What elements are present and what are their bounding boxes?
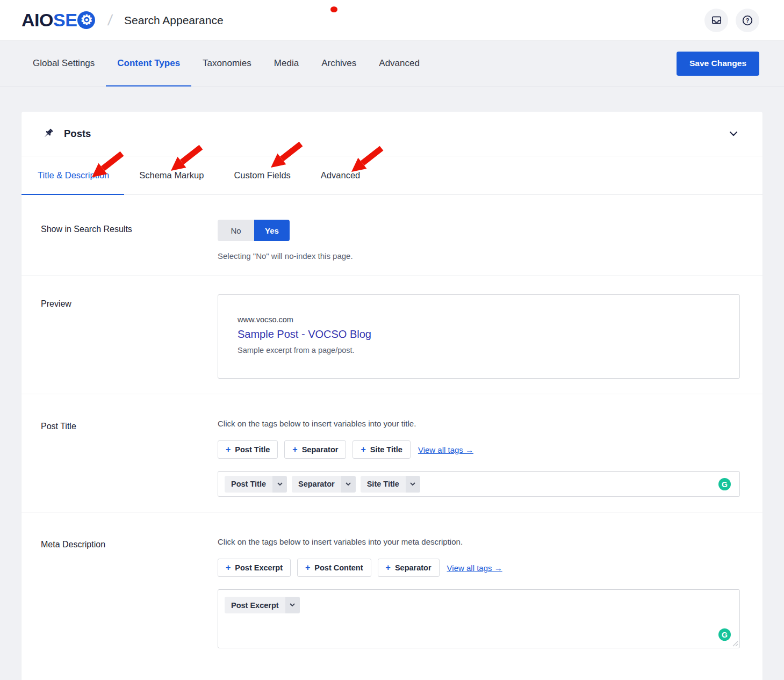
show-in-search-toggle: No Yes (218, 220, 290, 241)
view-all-tags-link[interactable]: View all tags → (447, 563, 502, 573)
toggle-yes-button[interactable]: Yes (254, 220, 290, 241)
tab-archives[interactable]: Archives (310, 41, 368, 86)
add-post-title-tag-button[interactable]: + Post Title (218, 440, 278, 459)
meta-description-label: Meta Description (41, 535, 218, 648)
svg-text:?: ? (745, 17, 749, 24)
view-all-tags-link[interactable]: View all tags → (418, 445, 473, 454)
add-post-excerpt-tag-button[interactable]: + Post Excerpt (218, 559, 291, 577)
meta-description-tag-buttons: + Post Excerpt + Post Content + Separato… (218, 559, 740, 577)
aioseo-logo[interactable]: AIOSE⚙ (21, 10, 95, 31)
breadcrumb-separator: / (107, 12, 113, 29)
gear-logo-icon: ⚙ (77, 11, 95, 29)
show-in-search-results-row: Show in Search Results No Yes Selecting … (21, 195, 763, 276)
preview-row: Preview www.vocso.com Sample Post - VOCS… (21, 276, 763, 394)
post-title-row: Post Title Click on the tags below to in… (21, 394, 763, 512)
collapse-chevron-icon[interactable] (727, 127, 740, 140)
preview-excerpt: Sample excerpt from a page/post. (238, 346, 720, 355)
plus-icon: + (226, 563, 231, 572)
site-title-chip[interactable]: Site Title (361, 476, 420, 493)
grammarly-icon[interactable]: G (718, 628, 731, 641)
posts-card-header[interactable]: Posts (21, 112, 763, 156)
topbar-actions: ? (704, 9, 759, 32)
tab-content-types[interactable]: Content Types (106, 41, 191, 86)
card-footer-padding (21, 663, 763, 680)
separator-chip[interactable]: Separator (292, 476, 356, 493)
chevron-down-icon[interactable] (285, 597, 300, 613)
tab-media[interactable]: Media (263, 41, 310, 86)
subtab-title-description[interactable]: Title & Description (21, 156, 124, 194)
chevron-down-icon[interactable] (341, 476, 356, 493)
notifications-button[interactable] (704, 9, 728, 32)
main-tab-bar: Global Settings Content Types Taxonomies… (0, 41, 784, 86)
preview-title-link[interactable]: Sample Post - VOCSO Blog (238, 328, 720, 341)
inbox-icon (710, 14, 723, 26)
add-site-title-tag-button[interactable]: + Site Title (353, 440, 411, 459)
help-icon: ? (741, 14, 754, 27)
plus-icon: + (305, 563, 310, 572)
meta-description-value-input[interactable]: Post Excerpt G (218, 589, 740, 648)
meta-description-help-text: Click on the tags below to insert variab… (218, 535, 740, 546)
subtab-advanced[interactable]: Advanced (306, 156, 375, 194)
add-post-content-tag-button[interactable]: + Post Content (297, 559, 371, 577)
pushpin-icon (42, 128, 55, 140)
grammarly-icon[interactable]: G (718, 478, 731, 490)
resize-grip-icon[interactable] (732, 641, 738, 647)
logo-text-aio: AIO (21, 10, 53, 31)
preview-label: Preview (41, 294, 218, 379)
plus-icon: + (361, 445, 365, 454)
tab-global-settings[interactable]: Global Settings (21, 41, 106, 86)
post-title-chip[interactable]: Post Title (225, 476, 287, 493)
post-title-label: Post Title (41, 417, 218, 497)
plus-icon: + (292, 445, 297, 454)
show-in-search-help-text: Selecting "No" will no-index this page. (218, 251, 740, 261)
help-button[interactable]: ? (736, 9, 759, 32)
annotation-red-dot (330, 6, 337, 12)
logo-text-se: SE (53, 10, 77, 31)
app-header: AIOSE⚙ / Search Appearance ? (0, 0, 784, 41)
tab-taxonomies[interactable]: Taxonomies (191, 41, 263, 86)
page-title: Search Appearance (124, 14, 223, 27)
subtab-schema-markup[interactable]: Schema Markup (124, 156, 219, 194)
save-changes-button[interactable]: Save Changes (677, 52, 759, 76)
toggle-no-button[interactable]: No (218, 220, 254, 241)
tab-advanced[interactable]: Advanced (368, 41, 431, 86)
post-title-help-text: Click on the tags below to insert variab… (218, 417, 740, 428)
subtab-custom-fields[interactable]: Custom Fields (219, 156, 305, 194)
add-separator-tag-button[interactable]: + Separator (284, 440, 346, 459)
meta-description-row: Meta Description Click on the tags below… (21, 512, 763, 663)
chevron-down-icon[interactable] (272, 476, 287, 493)
plus-icon: + (226, 445, 231, 454)
post-excerpt-chip[interactable]: Post Excerpt (225, 597, 300, 613)
preview-url: www.vocso.com (238, 315, 720, 324)
posts-subtab-bar: Title & Description Schema Markup Custom… (21, 156, 763, 195)
plus-icon: + (386, 563, 391, 572)
chevron-down-icon[interactable] (406, 476, 420, 493)
show-in-search-results-label: Show in Search Results (41, 220, 218, 261)
post-title-tag-buttons: + Post Title + Separator + Site Title Vi… (218, 440, 740, 459)
posts-card: Posts Title & Description Schema Markup … (21, 112, 763, 680)
posts-card-title: Posts (64, 128, 91, 140)
serp-preview-box: www.vocso.com Sample Post - VOCSO Blog S… (218, 294, 740, 379)
post-title-value-input[interactable]: Post Title Separator Site Title (218, 471, 740, 497)
add-separator-tag-button[interactable]: + Separator (378, 559, 440, 577)
